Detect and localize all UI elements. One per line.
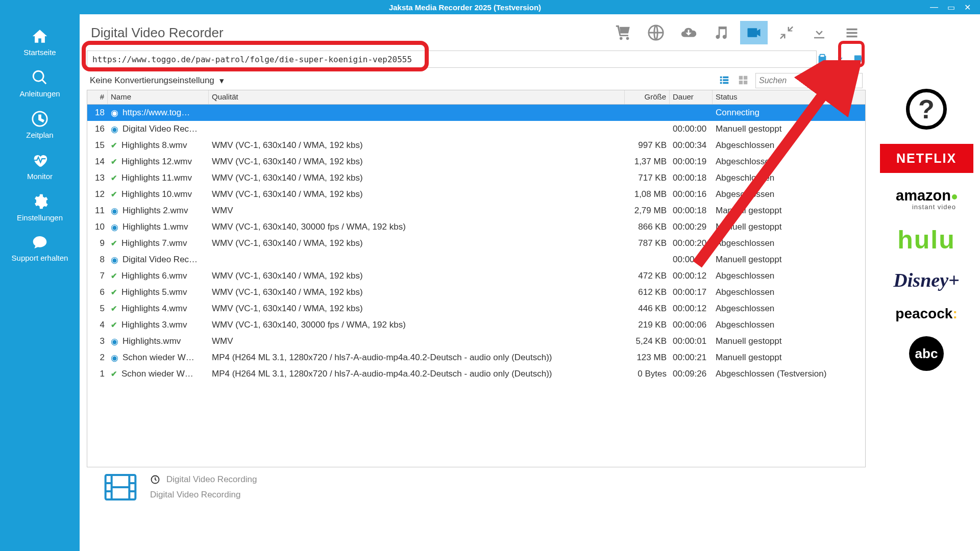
amazon-logo: amazon instant video: [896, 187, 957, 211]
disc-icon: ◉: [111, 206, 118, 216]
disc-icon: ◉: [111, 222, 118, 233]
header-num[interactable]: #: [87, 90, 108, 104]
table-row[interactable]: 16◉Digital Video Rec…00:00:00Manuell ges…: [87, 121, 865, 137]
home-icon: [31, 28, 49, 45]
table-row[interactable]: 12✔Highlights 10.wmvWMV (VC-1, 630x140 /…: [87, 186, 865, 203]
table-row[interactable]: 3◉Highlights.wmvWMV5,24 KB00:00:01Manuel…: [87, 333, 865, 349]
row-name: https://www.tog…: [122, 108, 190, 118]
browser-button[interactable]: [642, 21, 670, 44]
search-input[interactable]: [759, 76, 862, 85]
sidebar: Startseite Anleitungen Zeitplan Monitor …: [0, 14, 80, 551]
sidebar-item-startseite[interactable]: Startseite: [0, 20, 80, 62]
cloud-download-button[interactable]: [675, 21, 702, 44]
row-name: Highlights 10.wmv: [121, 189, 192, 199]
check-icon: ✔: [111, 369, 117, 379]
clock-icon: [31, 110, 48, 128]
grid-view-button[interactable]: [737, 74, 749, 87]
table-search[interactable]: [755, 73, 863, 88]
paste-button[interactable]: [817, 53, 828, 66]
header-qual[interactable]: Qualität: [209, 90, 625, 104]
table-row[interactable]: 1✔Schon wieder W…MP4 (H264 ML 3.1, 1280x…: [87, 366, 865, 382]
table-row[interactable]: 6✔Highlights 5.wmvWMV (VC-1, 630x140 / W…: [87, 284, 865, 300]
check-icon: ✔: [111, 141, 117, 150]
table-row[interactable]: 10◉Highlights 1.wmvWMV (VC-1, 630x140, 3…: [87, 219, 865, 235]
disc-icon: ◉: [111, 353, 118, 363]
netflix-logo: NETFLIX: [880, 144, 973, 173]
table-row[interactable]: 7✔Highlights 6.wmvWMV (VC-1, 630x140 / W…: [87, 268, 865, 284]
gear-icon: [31, 193, 48, 210]
table-row[interactable]: 2◉Schon wieder W…MP4 (H264 ML 3.1, 1280x…: [87, 349, 865, 366]
table-row[interactable]: 11◉Highlights 2.wmvWMV2,79 MB00:00:18Man…: [87, 203, 865, 219]
video-recorder-button[interactable]: [740, 21, 768, 44]
table-body[interactable]: 18◉https://www.tog…Connecting16◉Digital …: [87, 105, 865, 467]
close-button[interactable]: ✕: [964, 3, 971, 12]
table-row[interactable]: 8◉Digital Video Rec…00:00:00Manuell gest…: [87, 252, 865, 268]
download-button[interactable]: [805, 21, 833, 44]
music-icon: [713, 24, 729, 41]
sidebar-item-zeitplan[interactable]: Zeitplan: [0, 103, 80, 144]
check-icon: ✔: [111, 304, 117, 313]
row-name: Highlights 6.wmv: [121, 271, 187, 281]
header-name[interactable]: Name: [108, 90, 209, 104]
table-row[interactable]: 5✔Highlights 4.wmvWMV (VC-1, 630x140 / W…: [87, 300, 865, 317]
header-status[interactable]: Status: [713, 90, 845, 104]
sidebar-item-monitor[interactable]: Monitor: [0, 144, 80, 186]
small-download-button[interactable]: [835, 53, 845, 66]
row-name: Schon wieder W…: [121, 369, 193, 379]
chevron-down-icon: ▾: [219, 76, 224, 86]
row-name: Highlights.wmv: [122, 336, 181, 346]
table-row[interactable]: 9✔Highlights 7.wmvWMV (VC-1, 630x140 / W…: [87, 235, 865, 252]
sidebar-item-support[interactable]: Support erhalten: [0, 227, 80, 267]
footer-line2: Digital Video Recording: [150, 490, 257, 500]
url-input[interactable]: [87, 51, 817, 68]
menu-button[interactable]: [838, 21, 866, 44]
minimize-button[interactable]: —: [930, 3, 938, 12]
page-title: Digital Video Recorder: [91, 25, 224, 41]
check-icon: ✔: [111, 239, 117, 248]
video-icon: [745, 25, 763, 40]
disc-icon: ◉: [111, 124, 118, 135]
peacock-logo: peacock:: [895, 306, 957, 322]
header-last: [845, 90, 859, 104]
audio-button[interactable]: [707, 21, 735, 44]
disc-icon: ◉: [111, 255, 118, 265]
row-name: Digital Video Rec…: [122, 124, 198, 134]
record-video-button[interactable]: [852, 53, 866, 66]
table-row[interactable]: 13✔Highlights 11.wmvWMV (VC-1, 630x140 /…: [87, 170, 865, 186]
check-icon: ✔: [111, 320, 117, 330]
disc-icon: ◉: [111, 336, 118, 347]
row-name: Highlights 8.wmv: [121, 140, 187, 151]
sidebar-item-anleitungen[interactable]: Anleitungen: [0, 62, 80, 103]
sidebar-item-label: Support erhalten: [12, 254, 68, 262]
row-name: Schon wieder W…: [122, 353, 194, 363]
maximize-button[interactable]: ▭: [947, 3, 955, 12]
grid-icon: [737, 74, 749, 86]
list-view-button[interactable]: [718, 74, 731, 87]
check-icon: ✔: [111, 157, 117, 166]
titlebar: Jaksta Media Recorder 2025 (Testversion)…: [0, 0, 980, 14]
paste-icon: [817, 53, 828, 65]
window-title: Jaksta Media Recorder 2025 (Testversion): [0, 3, 930, 12]
row-name: Highlights 11.wmv: [121, 173, 192, 183]
table-row[interactable]: 18◉https://www.tog…Connecting: [87, 105, 865, 121]
table-row[interactable]: 14✔Highlights 12.wmvWMV (VC-1, 630x140 /…: [87, 154, 865, 170]
shop-button[interactable]: [609, 21, 637, 44]
globe-icon: [647, 24, 665, 41]
row-name: Digital Video Rec…: [122, 255, 198, 265]
help-logo: ?: [906, 89, 947, 130]
header-dur[interactable]: Dauer: [670, 90, 713, 104]
footer-info: Digital Video Recording Digital Video Re…: [87, 467, 866, 509]
conversion-setting-dropdown[interactable]: Keine Konvertierungseinstellung ▾: [90, 76, 224, 86]
table-row[interactable]: 15✔Highlights 8.wmvWMV (VC-1, 630x140 / …: [87, 137, 865, 154]
list-icon: [718, 74, 731, 86]
disney-logo: Disney+: [893, 269, 959, 291]
check-icon: ✔: [111, 190, 117, 199]
row-name: Highlights 1.wmv: [122, 222, 188, 232]
hulu-logo: hulu: [897, 225, 955, 255]
supported-sites-logos: ? NETFLIX amazon instant video hulu Disn…: [873, 14, 980, 551]
sidebar-item-einstellungen[interactable]: Einstellungen: [0, 186, 80, 227]
shrink-button[interactable]: [773, 21, 800, 44]
table-row[interactable]: 4✔Highlights 3.wmvWMV (VC-1, 630x140, 30…: [87, 317, 865, 333]
header-size[interactable]: Größe: [625, 90, 670, 104]
row-name: Highlights 7.wmv: [121, 238, 187, 248]
